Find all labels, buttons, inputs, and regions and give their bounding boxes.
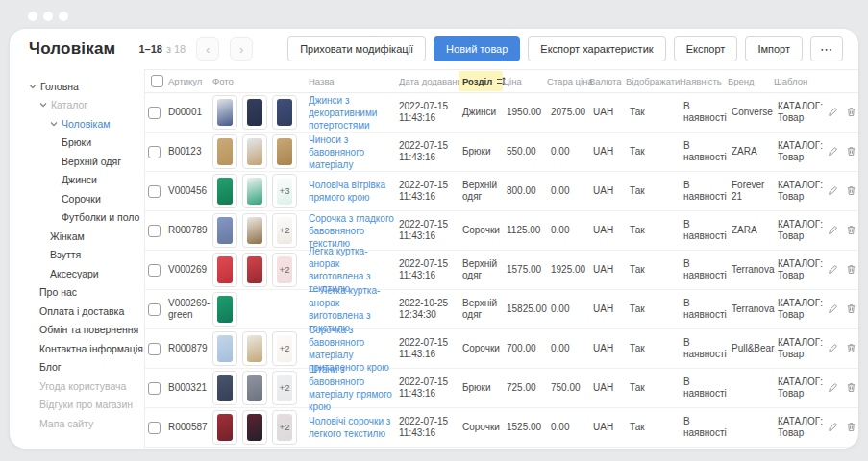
delete-button[interactable] <box>846 184 856 199</box>
sidebar-item-про-нас[interactable]: Про нас <box>29 283 140 303</box>
edit-button[interactable] <box>828 381 838 396</box>
sidebar-item-блог[interactable]: Блог <box>29 358 140 377</box>
more-photos-badge[interactable]: +2 <box>272 213 297 248</box>
product-photo[interactable] <box>272 95 297 130</box>
sidebar-item-мапа-сайту[interactable]: Мапа сайту <box>29 414 140 433</box>
row-checkbox[interactable] <box>148 146 161 158</box>
row-checkbox[interactable] <box>148 343 161 355</box>
delete-button[interactable] <box>846 381 856 396</box>
column-header-section[interactable]: Розділ <box>459 71 503 91</box>
sidebar-item-джинси[interactable]: Джинси <box>29 171 140 190</box>
delete-button[interactable] <box>846 342 856 356</box>
product-photo[interactable] <box>212 174 237 208</box>
product-name-link[interactable]: Штани з бавовняного матеріалу прямого кр… <box>309 363 394 413</box>
delete-button[interactable] <box>846 303 856 317</box>
row-checkbox[interactable] <box>148 422 161 434</box>
more-photos-badge[interactable]: +2 <box>272 253 297 287</box>
product-photo[interactable] <box>212 331 237 366</box>
export-characteristics-button[interactable]: Експорт характеристик <box>528 36 665 61</box>
more-photos-badge[interactable]: +3 <box>272 174 297 208</box>
product-photo[interactable] <box>242 134 267 169</box>
edit-button[interactable] <box>828 342 838 356</box>
product-photo[interactable] <box>212 371 237 405</box>
next-page-button[interactable]: › <box>230 37 253 61</box>
product-photo[interactable] <box>242 213 267 248</box>
product-photo[interactable] <box>242 95 267 130</box>
product-photo[interactable] <box>242 253 267 287</box>
product-name-link[interactable]: Чиноси з бавовняного матеріалу <box>309 133 394 171</box>
product-name-link[interactable]: Чоловічі сорочки з легкого текстилю <box>309 415 394 440</box>
product-photo[interactable] <box>212 134 237 169</box>
column-header-template[interactable]: Шаблон <box>774 70 824 92</box>
delete-button[interactable] <box>846 421 856 435</box>
delete-button[interactable] <box>846 263 856 278</box>
sidebar-item-сорочки[interactable]: Сорочки <box>29 189 140 208</box>
edit-button[interactable] <box>828 224 838 238</box>
column-header-price[interactable]: Ціна <box>503 70 547 92</box>
column-header-article[interactable]: Артикул <box>168 70 212 92</box>
window-dot-icon[interactable] <box>28 12 37 21</box>
select-all-checkbox[interactable] <box>151 75 163 87</box>
row-checkbox[interactable] <box>148 303 161 316</box>
sidebar-item-взуття[interactable]: Взуття <box>29 246 140 265</box>
more-photos-badge[interactable]: +2 <box>272 331 297 366</box>
product-photo[interactable] <box>242 174 267 208</box>
more-photos-badge[interactable]: +2 <box>272 410 297 445</box>
sidebar-item-угода-користувача[interactable]: Угода користувача <box>29 376 140 396</box>
edit-button[interactable] <box>828 106 838 120</box>
sidebar-item-жінкам[interactable]: Жінкам <box>29 227 140 246</box>
hide-modifications-button[interactable]: Приховати модифікації <box>287 36 426 61</box>
sidebar-item-обмін-та-повернення[interactable]: Обмін та повернення <box>29 321 140 340</box>
row-checkbox[interactable] <box>148 107 161 119</box>
column-header-brand[interactable]: Бренд <box>728 70 774 92</box>
import-button[interactable]: Імпорт <box>745 36 803 61</box>
product-photo[interactable] <box>272 134 297 169</box>
edit-button[interactable] <box>828 184 838 199</box>
sidebar-item-брюки[interactable]: Брюки <box>29 133 140 153</box>
column-header-currency[interactable]: Валюта <box>589 70 626 92</box>
row-checkbox[interactable] <box>148 382 161 395</box>
column-header-availability[interactable]: Наявність <box>680 70 728 92</box>
product-photo[interactable] <box>212 95 237 130</box>
product-photo[interactable] <box>212 292 237 327</box>
product-name-link[interactable]: Джинси з декоративними потертостями <box>309 94 394 132</box>
more-photos-badge[interactable]: +2 <box>272 371 297 405</box>
sidebar-item-верхній-одяг[interactable]: Верхній одяг <box>29 152 140 171</box>
column-header-date[interactable]: Дата додавання <box>399 70 462 92</box>
export-button[interactable]: Експорт <box>674 36 738 61</box>
more-button[interactable]: ⋯ <box>810 36 843 61</box>
sidebar-item-головна[interactable]: Головна <box>29 77 140 96</box>
column-header-old_price[interactable]: Стара ціна <box>547 70 589 92</box>
product-photo[interactable] <box>212 253 237 287</box>
sidebar-item-контактна-інформація[interactable]: Контактна інформація <box>29 339 140 358</box>
row-checkbox[interactable] <box>148 225 161 237</box>
product-photo[interactable] <box>212 213 237 248</box>
row-checkbox[interactable] <box>148 185 161 198</box>
product-photo[interactable] <box>212 410 237 445</box>
prev-page-button[interactable]: ‹ <box>196 37 219 61</box>
column-header-name[interactable]: Назва <box>309 70 399 92</box>
window-dot-icon[interactable] <box>43 12 53 21</box>
sidebar-item-футболки-и-поло[interactable]: Футболки и поло <box>29 208 140 228</box>
sidebar-item-каталог[interactable]: Каталог <box>29 96 140 115</box>
product-name-link[interactable]: Чоловіча вітрівка прямого крою <box>309 179 394 204</box>
delete-button[interactable] <box>846 224 856 238</box>
sidebar-item-відгуки-про-магазин[interactable]: Відгуки про магазин <box>29 396 140 415</box>
edit-button[interactable] <box>828 303 838 317</box>
delete-button[interactable] <box>846 106 856 120</box>
new-product-button[interactable]: Новий товар <box>434 36 520 61</box>
window-dot-icon[interactable] <box>59 12 68 21</box>
product-photo[interactable] <box>242 410 267 445</box>
column-header-photo[interactable]: Фото <box>212 70 309 92</box>
product-photo[interactable] <box>242 331 267 366</box>
edit-button[interactable] <box>828 421 838 435</box>
delete-button[interactable] <box>846 145 856 159</box>
product-name-link[interactable]: Сорочка з гладкого бавовняного текстилю <box>309 212 394 250</box>
row-checkbox[interactable] <box>148 264 161 277</box>
edit-button[interactable] <box>828 263 838 278</box>
product-photo[interactable] <box>242 371 267 405</box>
sidebar-item-чоловікам[interactable]: Чоловікам <box>29 114 140 133</box>
edit-button[interactable] <box>828 145 838 159</box>
sidebar-item-оплата-і-доставка[interactable]: Оплата і доставка <box>29 302 140 321</box>
sidebar-item-аксесуари[interactable]: Аксесуари <box>29 264 140 283</box>
